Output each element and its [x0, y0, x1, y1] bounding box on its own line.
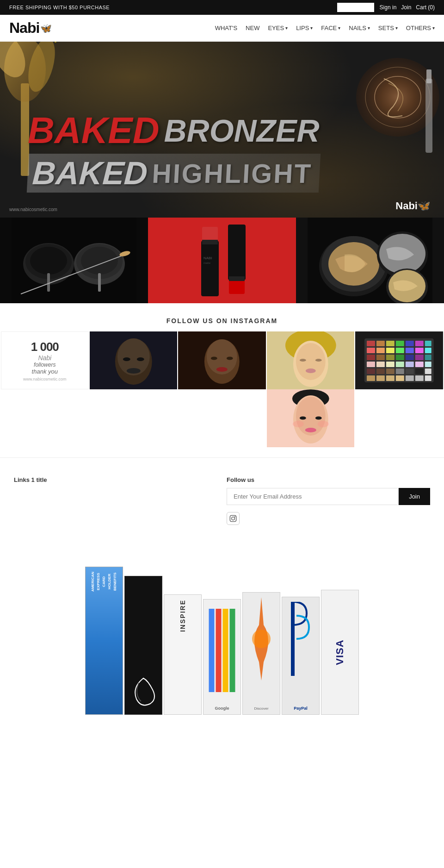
hero-highlight: HIGHLIGHT [151, 158, 313, 189]
svg-text:matte: matte [204, 262, 211, 264]
instagram-cell-2[interactable] [178, 331, 266, 389]
hero-baked-1: BAKED [28, 109, 159, 152]
product-cell-lipstick[interactable]: NABI matte [148, 218, 296, 303]
instagram-section: FOLLOW US ON INSTAGRAM 1 000 Nabi follow… [0, 303, 444, 457]
instagram-cell-extra[interactable] [267, 389, 355, 447]
svg-point-115 [232, 517, 235, 520]
svg-point-53 [227, 357, 233, 360]
nav-eyes[interactable]: EYES ▾ [268, 23, 288, 33]
logo-text: Nabi [9, 19, 39, 37]
instagram-image-3 [267, 331, 355, 389]
instagram-grid-row2 [0, 389, 444, 448]
svg-rect-82 [415, 355, 424, 360]
product-cell-highlighter[interactable] [296, 218, 444, 303]
svg-rect-67 [406, 341, 414, 346]
paypal-logo-icon [288, 602, 314, 676]
top-bar-right: Sign in Join Cart (0) [337, 3, 435, 12]
instagram-empty-3 [178, 389, 266, 447]
payment-card-google: Google [203, 599, 241, 715]
svg-rect-66 [396, 341, 404, 346]
footer-follow-title: Follow us [227, 476, 430, 483]
svg-rect-101 [396, 375, 404, 381]
search-input[interactable] [337, 3, 374, 12]
instagram-cell-1[interactable] [90, 331, 178, 389]
svg-rect-63 [367, 341, 375, 346]
svg-rect-81 [406, 355, 414, 360]
payment-card-black [124, 576, 162, 715]
svg-rect-18 [47, 273, 50, 292]
svg-rect-12 [426, 79, 432, 153]
payment-card-amex: AMERICANEXPRESSCARDHOLDERBENEFITS [85, 567, 123, 715]
google-label: Google [215, 706, 229, 711]
paypal-label: PayPal [294, 706, 308, 711]
footer-follow-column: Follow us Join [227, 476, 430, 525]
svg-rect-102 [406, 375, 414, 381]
ig-thankyou-text: thank you [23, 368, 67, 375]
visa-logo: VISA [334, 639, 346, 665]
navigation: WHAT'S NEW EYES ▾ LIPS ▾ FACE ▾ NAILS ▾ … [215, 23, 435, 33]
svg-point-45 [126, 368, 140, 374]
svg-rect-98 [367, 375, 375, 381]
join-link[interactable]: Join [401, 4, 411, 11]
svg-rect-103 [415, 375, 424, 381]
svg-rect-74 [406, 348, 414, 353]
svg-rect-29 [228, 225, 246, 280]
nav-whats-new-1[interactable]: WHAT'S [215, 23, 237, 33]
discover-logo-icon [247, 597, 275, 681]
instagram-title: FOLLOW US ON INSTAGRAM [0, 312, 444, 331]
nav-face[interactable]: FACE ▾ [321, 23, 340, 33]
svg-rect-77 [367, 355, 375, 360]
product-cell-eyeliner[interactable] [0, 218, 148, 303]
cart-link[interactable]: Cart (0) [416, 4, 435, 11]
svg-rect-87 [396, 362, 404, 367]
signin-link[interactable]: Sign in [380, 4, 397, 11]
payment-logos-section: AMERICANEXPRESSCARDHOLDERBENEFITS INSPIR… [0, 557, 444, 743]
instagram-cell-thankyou[interactable]: 1 000 Nabi followers thank you www.nabic… [1, 331, 89, 389]
hero-url: www.nabicosmetic.com [9, 207, 57, 212]
svg-rect-83 [425, 355, 432, 360]
others-arrow-icon: ▾ [432, 25, 435, 31]
lipstick-visual: NABI matte [160, 218, 284, 303]
instagram-empty-2 [90, 389, 178, 447]
nav-sets[interactable]: SETS ▾ [378, 23, 398, 33]
nav-lips[interactable]: LIPS ▾ [296, 23, 313, 33]
instagram-empty-5 [355, 389, 443, 447]
svg-rect-96 [415, 368, 424, 374]
svg-rect-65 [386, 341, 395, 346]
svg-point-116 [234, 516, 235, 517]
join-button[interactable]: Join [399, 488, 430, 505]
sets-arrow-icon: ▾ [395, 25, 398, 31]
hero-banner: BAKED BRONZER BAKED HIGHLIGHT www.nabico… [0, 42, 444, 218]
svg-point-17 [30, 247, 67, 275]
instagram-cell-3[interactable] [267, 331, 355, 389]
instagram-empty-1 [1, 389, 89, 447]
email-input[interactable] [227, 488, 399, 505]
svg-rect-79 [386, 355, 395, 360]
svg-rect-88 [406, 362, 414, 367]
hero-bronzer: BRONZER [164, 112, 319, 149]
inspire-logo: INSPIRE [179, 599, 186, 632]
nav-others[interactable]: OTHERS ▾ [406, 23, 435, 33]
svg-point-112 [293, 421, 304, 427]
instagram-icon[interactable] [227, 512, 240, 525]
instagram-cell-4[interactable] [355, 331, 443, 389]
shipping-text: FREE SHIPPING WITH $50 PURCHASE [9, 5, 110, 10]
svg-rect-70 [367, 348, 375, 353]
svg-rect-94 [396, 368, 404, 374]
amex-vertical-text: AMERICANEXPRESSCARDHOLDERBENEFITS [90, 572, 118, 592]
nav-whats-new-2[interactable]: NEW [246, 23, 259, 33]
svg-rect-92 [376, 368, 385, 374]
highlighter-visual [308, 218, 432, 303]
product-grid: NABI matte [0, 218, 444, 303]
instagram-image-extra [267, 389, 355, 447]
svg-rect-85 [376, 362, 385, 367]
ig-followers-label: followers [23, 362, 67, 368]
nav-nails[interactable]: NAILS ▾ [349, 23, 370, 33]
eyeliner-visual [12, 218, 136, 303]
svg-point-57 [296, 343, 326, 380]
logo[interactable]: Nabi 🦋 [9, 19, 51, 37]
svg-rect-71 [376, 348, 385, 353]
instagram-grid-row1: 1 000 Nabi followers thank you www.nabic… [0, 331, 444, 389]
ig-url: www.nabicosmetic.com [23, 377, 67, 381]
svg-point-59 [300, 359, 306, 362]
